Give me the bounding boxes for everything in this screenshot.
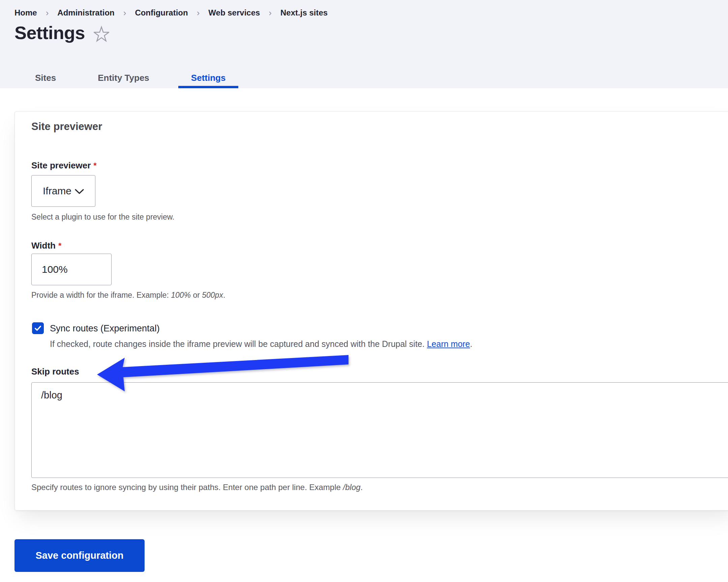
tab-settings[interactable]: Settings bbox=[178, 70, 239, 88]
breadcrumb-separator: › bbox=[123, 7, 126, 18]
select-value: Iframe bbox=[43, 185, 72, 197]
tab-bar: Sites Entity Types Settings bbox=[22, 70, 238, 88]
breadcrumb-separator: › bbox=[197, 7, 200, 18]
save-configuration-button[interactable]: Save configuration bbox=[15, 539, 145, 572]
width-label: Width* bbox=[31, 240, 61, 252]
sync-routes-description: If checked, route changes inside the ifr… bbox=[50, 336, 472, 351]
width-input[interactable] bbox=[31, 254, 111, 285]
site-previewer-label: Site previewer* bbox=[31, 159, 97, 172]
section-heading-site-previewer: Site previewer bbox=[31, 119, 102, 134]
checkbox-check-icon bbox=[34, 324, 42, 332]
required-asterisk: * bbox=[58, 241, 61, 250]
sync-routes-checkbox[interactable] bbox=[32, 322, 44, 334]
site-previewer-description: Select a plugin to use for the site prev… bbox=[31, 211, 174, 223]
skip-routes-label: Skip routes bbox=[31, 365, 79, 378]
tab-sites[interactable]: Sites bbox=[22, 70, 69, 88]
page-title: Settings bbox=[15, 22, 85, 44]
breadcrumb-separator: › bbox=[46, 7, 49, 18]
breadcrumb-item-configuration[interactable]: Configuration bbox=[135, 7, 188, 18]
breadcrumb: Home › Administration › Configuration › … bbox=[15, 7, 328, 18]
sync-routes-label[interactable]: Sync routes (Experimental) bbox=[50, 320, 160, 336]
breadcrumb-item-nextjs-sites: Next.js sites bbox=[280, 7, 328, 18]
breadcrumb-item-web-services[interactable]: Web services bbox=[208, 7, 260, 18]
breadcrumb-separator: › bbox=[269, 7, 272, 18]
skip-routes-textarea[interactable]: /blog bbox=[31, 382, 728, 478]
required-asterisk: * bbox=[93, 161, 96, 170]
learn-more-link[interactable]: Learn more bbox=[427, 339, 470, 349]
breadcrumb-item-administration[interactable]: Administration bbox=[57, 7, 114, 18]
page-header: Home › Administration › Configuration › … bbox=[0, 0, 728, 88]
settings-form-card: Site previewer Site previewer* Iframe Se… bbox=[15, 111, 728, 510]
width-description: Provide a width for the iframe. Example:… bbox=[31, 289, 225, 301]
skip-routes-description: Specify routes to ignore syncing by usin… bbox=[31, 481, 363, 493]
tab-entity-types[interactable]: Entity Types bbox=[85, 70, 162, 88]
breadcrumb-item-home[interactable]: Home bbox=[15, 7, 37, 18]
favorite-star-icon[interactable] bbox=[94, 26, 109, 43]
site-previewer-select[interactable]: Iframe bbox=[31, 175, 95, 207]
chevron-down-icon bbox=[75, 189, 84, 194]
